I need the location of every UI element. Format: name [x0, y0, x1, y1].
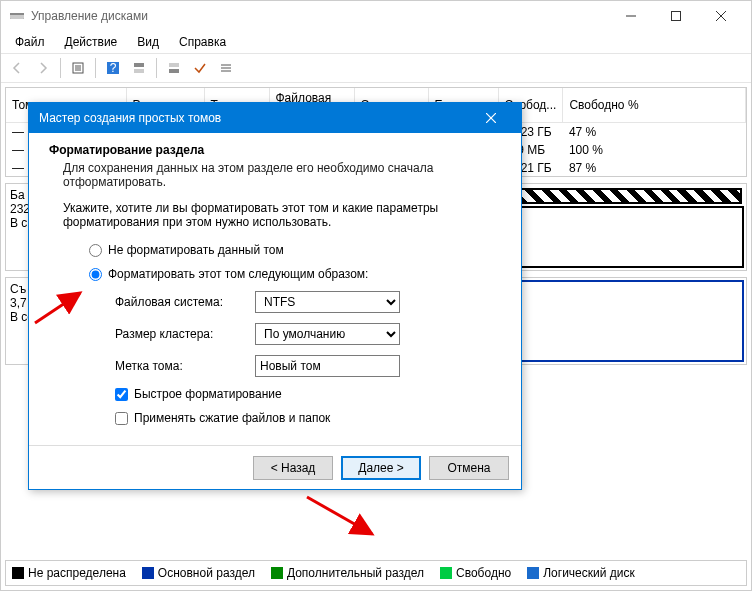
legend-label: Не распределена: [28, 566, 126, 580]
cancel-button[interactable]: Отмена: [429, 456, 509, 480]
col-freepct[interactable]: Свободно %: [563, 88, 746, 123]
properties-icon[interactable]: [66, 56, 90, 80]
app-icon: [9, 8, 25, 24]
next-button[interactable]: Далее >: [341, 456, 421, 480]
titlebar: Управление дисками: [1, 1, 751, 31]
quick-format-checkbox[interactable]: [115, 388, 128, 401]
close-button[interactable]: [698, 2, 743, 30]
legend-swatch: [271, 567, 283, 579]
cell-freepct: 100 %: [563, 141, 746, 159]
compress-checkbox[interactable]: [115, 412, 128, 425]
radio-no-format[interactable]: [89, 244, 102, 257]
minimize-button[interactable]: [608, 2, 653, 30]
legend-label: Свободно: [456, 566, 511, 580]
cluster-label: Размер кластера:: [115, 327, 255, 341]
filesystem-label: Файловая система:: [115, 295, 255, 309]
radio-no-format-row: Не форматировать данный том: [89, 243, 501, 257]
legend: Не распределенаОсновной разделДополнител…: [5, 560, 747, 586]
check-icon[interactable]: [188, 56, 212, 80]
cell-freepct: 47 %: [563, 123, 746, 142]
wizard-title-text: Мастер создания простых томов: [39, 111, 471, 125]
simple-volume-wizard-dialog: Мастер создания простых томов Форматиров…: [28, 102, 522, 490]
svg-rect-16: [169, 69, 179, 73]
legend-swatch: [12, 567, 24, 579]
wizard-close-button[interactable]: [471, 103, 511, 133]
annotation-arrow-2: [302, 492, 382, 542]
legend-swatch: [527, 567, 539, 579]
radio-format[interactable]: [89, 268, 102, 281]
wizard-description: Для сохранения данных на этом разделе ег…: [63, 161, 501, 189]
svg-text:?: ?: [110, 61, 117, 75]
wizard-footer: < Назад Далее > Отмена: [29, 445, 521, 489]
legend-item: Свободно: [440, 566, 511, 580]
legend-item: Не распределена: [12, 566, 126, 580]
menu-help[interactable]: Справка: [169, 33, 236, 51]
volume-label-label: Метка тома:: [115, 359, 255, 373]
view-top-icon[interactable]: [127, 56, 151, 80]
radio-format-label: Форматировать этот том следующим образом…: [108, 267, 368, 281]
view-bottom-icon[interactable]: [162, 56, 186, 80]
legend-item: Основной раздел: [142, 566, 255, 580]
filesystem-select[interactable]: NTFS: [255, 291, 400, 313]
maximize-button[interactable]: [653, 2, 698, 30]
annotation-arrow-1: [30, 288, 90, 328]
svg-rect-13: [134, 63, 144, 67]
volume-label-input[interactable]: [255, 355, 400, 377]
menu-action[interactable]: Действие: [55, 33, 128, 51]
filesystem-row: Файловая система: NTFS: [115, 291, 501, 313]
wizard-titlebar: Мастер создания простых томов: [29, 103, 521, 133]
cluster-select[interactable]: По умолчанию: [255, 323, 400, 345]
menubar: Файл Действие Вид Справка: [1, 31, 751, 53]
window-title: Управление дисками: [31, 9, 608, 23]
radio-no-format-label: Не форматировать данный том: [108, 243, 284, 257]
quick-format-row: Быстрое форматирование: [115, 387, 501, 401]
menu-view[interactable]: Вид: [127, 33, 169, 51]
menu-file[interactable]: Файл: [5, 33, 55, 51]
cell-freepct: 87 %: [563, 159, 746, 177]
svg-rect-14: [134, 69, 144, 73]
cluster-row: Размер кластера: По умолчанию: [115, 323, 501, 345]
wizard-instruction: Укажите, хотите ли вы форматировать этот…: [63, 201, 487, 229]
help-icon[interactable]: ?: [101, 56, 125, 80]
compress-row: Применять сжатие файлов и папок: [115, 411, 501, 425]
legend-item: Логический диск: [527, 566, 635, 580]
svg-line-22: [35, 293, 80, 323]
legend-label: Дополнительный раздел: [287, 566, 424, 580]
legend-swatch: [440, 567, 452, 579]
legend-swatch: [142, 567, 154, 579]
radio-format-row: Форматировать этот том следующим образом…: [89, 267, 501, 281]
svg-rect-2: [10, 13, 24, 15]
compress-label: Применять сжатие файлов и папок: [134, 411, 330, 425]
volume-label-row: Метка тома:: [115, 355, 501, 377]
list-icon[interactable]: [214, 56, 238, 80]
svg-rect-4: [671, 12, 680, 21]
legend-label: Основной раздел: [158, 566, 255, 580]
forward-icon[interactable]: [31, 56, 55, 80]
toolbar: ?: [1, 53, 751, 83]
back-button[interactable]: < Назад: [253, 456, 333, 480]
wizard-body: Форматирование раздела Для сохранения да…: [29, 133, 521, 445]
svg-line-23: [307, 497, 372, 534]
legend-label: Логический диск: [543, 566, 635, 580]
wizard-heading: Форматирование раздела: [49, 143, 501, 157]
legend-item: Дополнительный раздел: [271, 566, 424, 580]
quick-format-label: Быстрое форматирование: [134, 387, 282, 401]
svg-rect-15: [169, 63, 179, 67]
back-icon[interactable]: [5, 56, 29, 80]
